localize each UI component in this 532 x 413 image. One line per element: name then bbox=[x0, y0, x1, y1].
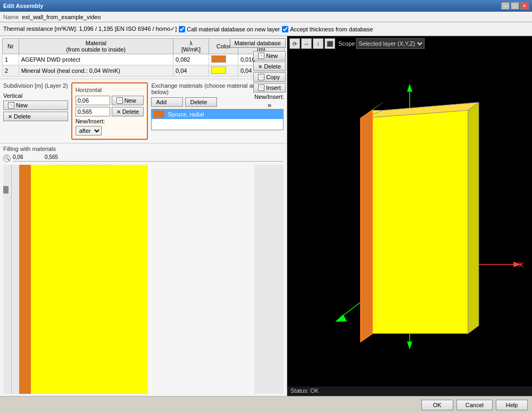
exchange-delete-button[interactable]: Delete bbox=[185, 97, 217, 107]
horiz-delete-button[interactable]: ✕ Delete bbox=[112, 107, 144, 116]
title-bar: Edit Assembly ─ □ ✕ bbox=[0, 0, 532, 12]
viewer-toolbar: ⟳ ↔ ↕ ⬛ Scope Selected layer (X,Y,Z) bbox=[289, 38, 425, 49]
maximize-button[interactable]: □ bbox=[511, 2, 519, 10]
material-action-buttons: New ✕ Delete Copy Insert New/Insert: » bbox=[253, 51, 286, 109]
horiz-input-row-1: New bbox=[76, 96, 144, 105]
exchange-item-name: Spruce, radial bbox=[168, 111, 204, 117]
horizontal-label: Horizontal bbox=[76, 87, 144, 93]
status-text: Status: OK bbox=[290, 387, 319, 394]
exchange-add-button[interactable]: Add bbox=[151, 97, 183, 107]
delete-button[interactable]: ✕ Delete bbox=[253, 62, 286, 71]
svg-marker-16 bbox=[372, 111, 468, 334]
help-button[interactable]: Help bbox=[496, 400, 528, 410]
viewer-3d: ⟳ ↔ ↕ ⬛ Scope Selected layer (X,Y,Z) Y bbox=[287, 36, 532, 396]
cell-lambda: 0,04 bbox=[173, 65, 209, 77]
thermal-resistance-info: Thermal resistance [m²K/W]: 1,096 / 1,19… bbox=[3, 26, 177, 32]
call-database-checkbox[interactable] bbox=[179, 26, 185, 32]
vertical-delete-button[interactable]: ✕ Delete bbox=[3, 112, 68, 121]
svg-rect-2 bbox=[148, 165, 254, 394]
close-button[interactable]: ✕ bbox=[520, 2, 529, 10]
assembly-name: ext_wall_from_example_video bbox=[22, 14, 101, 20]
cell-color bbox=[209, 65, 238, 77]
viewer-btn-fit[interactable]: ⬛ bbox=[325, 38, 335, 49]
horiz-after-select[interactable]: after bbox=[76, 126, 102, 136]
horiz-new-button[interactable]: New bbox=[112, 96, 144, 105]
horiz-input-row-2: ✕ Delete bbox=[76, 107, 144, 116]
bottom-bar: OK Cancel Help bbox=[0, 396, 532, 413]
vertical-new-icon bbox=[8, 102, 14, 108]
filling-section: Filling with materials 🔍 0,06 0,565 bbox=[0, 144, 287, 396]
right-panel: ⟳ ↔ ↕ ⬛ Scope Selected layer (X,Y,Z) Y bbox=[287, 36, 532, 396]
svg-rect-0 bbox=[19, 165, 31, 394]
subdivision-exchange-row: Subdivision [m] (Layer 2) Vertical New ✕… bbox=[0, 79, 287, 144]
cell-material: AGEPAN DWD protect bbox=[19, 54, 173, 65]
scope-select[interactable]: Selected layer (X,Y,Z) bbox=[356, 38, 425, 49]
window-controls: ─ □ ✕ bbox=[501, 2, 529, 10]
copy-button[interactable]: Copy bbox=[253, 72, 286, 82]
arrow-indicator: » bbox=[253, 101, 286, 109]
scope-label: Scope bbox=[338, 40, 355, 47]
cell-material: Mineral Wool (heat cond.: 0,04 W/mK) bbox=[19, 65, 173, 77]
table-row[interactable]: 1 AGEPAN DWD protect 0,082 0,016 bbox=[3, 54, 285, 65]
toolbar: Thermal resistance [m²K/W]: 1,096 / 1,19… bbox=[0, 22, 532, 36]
exchange-item[interactable]: Spruce, radial bbox=[152, 109, 283, 119]
col-lambda: λ[W/mK] bbox=[173, 39, 209, 54]
delete-icon: ✕ bbox=[258, 64, 262, 70]
scale-val-2: 0,565 bbox=[45, 154, 58, 160]
accept-thickness-checkbox[interactable] bbox=[282, 26, 288, 32]
cancel-button[interactable]: Cancel bbox=[456, 400, 493, 410]
horiz-after-row: after bbox=[76, 126, 144, 136]
window-title: Edit Assembly bbox=[3, 3, 501, 9]
copy-doc-icon bbox=[258, 74, 264, 80]
new-insert-label: New/Insert: bbox=[253, 94, 286, 100]
name-label: Name bbox=[3, 14, 19, 20]
horiz-delete-icon: ✕ bbox=[117, 109, 121, 115]
wall-3d-visualization: Y X bbox=[287, 47, 532, 386]
minimize-button[interactable]: ─ bbox=[501, 2, 510, 10]
horiz-value-1-input[interactable] bbox=[76, 96, 110, 105]
vertical-delete-icon: ✕ bbox=[8, 114, 12, 120]
viewer-btn-pan[interactable]: ↔ bbox=[301, 38, 312, 49]
name-bar: Name ext_wall_from_example_video bbox=[0, 12, 532, 22]
cell-lambda: 0,082 bbox=[173, 54, 209, 65]
magnify-icon[interactable]: 🔍 bbox=[3, 155, 11, 162]
svg-marker-21 bbox=[361, 111, 372, 342]
main-container: Nr Material(from outside to inside) λ[W/… bbox=[0, 36, 532, 396]
vertical-new-button[interactable]: New bbox=[3, 100, 68, 110]
new-button[interactable]: New bbox=[253, 51, 286, 61]
horiz-value-2-input[interactable] bbox=[76, 107, 110, 116]
viewer-btn-zoom[interactable]: ↕ bbox=[313, 38, 323, 49]
insert-button[interactable]: Insert bbox=[253, 83, 286, 92]
ok-button[interactable]: OK bbox=[421, 400, 453, 410]
svg-marker-19 bbox=[468, 103, 479, 334]
viewer-btn-rotate[interactable]: ⟳ bbox=[289, 38, 300, 49]
cell-nr: 2 bbox=[3, 65, 19, 77]
horizontal-group: Horizontal New ✕ Delete New/In bbox=[71, 82, 148, 140]
materials-section: Nr Material(from outside to inside) λ[W/… bbox=[0, 36, 287, 79]
exchange-list: Spruce, radial bbox=[151, 109, 284, 130]
vertical-label: Vertical bbox=[3, 92, 68, 99]
subdivision-title: Subdivision [m] (Layer 2) bbox=[3, 82, 68, 89]
scale-val-1: 0,06 bbox=[13, 154, 23, 160]
filling-svg bbox=[3, 165, 284, 394]
filling-canvas bbox=[3, 165, 284, 394]
col-material: Material(from outside to inside) bbox=[19, 39, 173, 54]
table-row[interactable]: 2 Mineral Wool (heat cond.: 0,04 W/mK) 0… bbox=[3, 65, 285, 77]
new-doc-icon bbox=[258, 53, 264, 59]
scale-bar: 🔍 0,06 0,565 bbox=[3, 153, 284, 164]
subdivision-vertical: Subdivision [m] (Layer 2) Vertical New ✕… bbox=[3, 82, 68, 140]
scale-ruler: 0,06 0,565 bbox=[13, 161, 284, 162]
svg-rect-1 bbox=[31, 165, 148, 394]
status-bar: Status: OK bbox=[287, 386, 532, 396]
cell-nr: 1 bbox=[3, 54, 19, 65]
horiz-new-insert-label: New/Insert: bbox=[76, 118, 144, 124]
svg-rect-5 bbox=[11, 165, 12, 394]
left-panel: Nr Material(from outside to inside) λ[W/… bbox=[0, 36, 287, 396]
delete-label: Delete bbox=[264, 63, 281, 70]
material-database-button[interactable]: Material database bbox=[230, 38, 286, 48]
insert-doc-icon bbox=[258, 85, 264, 91]
col-nr: Nr bbox=[3, 39, 19, 54]
horiz-new-icon bbox=[117, 97, 123, 104]
call-database-label: Call material database on new layer bbox=[187, 26, 280, 32]
svg-rect-4 bbox=[3, 186, 9, 193]
